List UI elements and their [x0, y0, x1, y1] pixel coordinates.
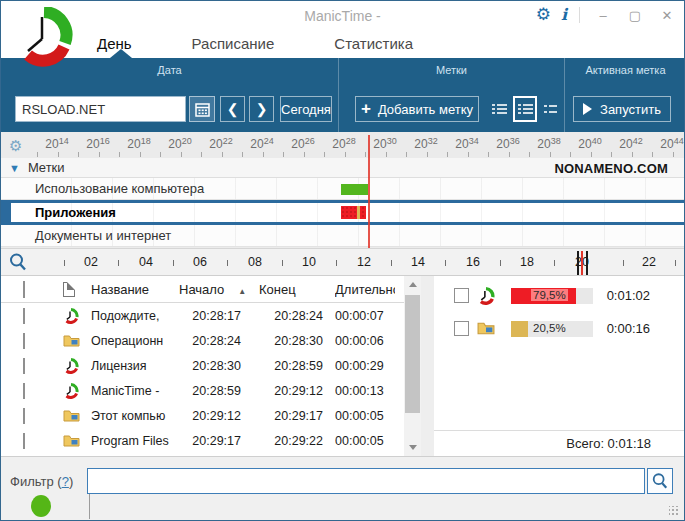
scroll-up-button[interactable]: [404, 276, 421, 293]
summary-row[interactable]: 79,5% 0:01:02: [434, 282, 684, 309]
manictime-logo-icon: [15, 7, 73, 69]
start-tag-button[interactable]: Запустить: [573, 96, 671, 122]
zoom-magnifier-icon[interactable]: [8, 252, 28, 272]
info-icon[interactable]: i: [561, 6, 567, 24]
timeline-row-computer-usage[interactable]: Использование компьютера: [1, 178, 684, 200]
table-row[interactable]: Program Files 20:29:17 20:29:22 00:00:05: [1, 428, 404, 453]
titlebar: ManicTime - ⚙ i – ▢ ✕: [1, 1, 684, 29]
column-header-start[interactable]: Начало▲: [179, 282, 241, 297]
chevron-left-icon: ❮: [227, 101, 239, 117]
summary-time: 0:01:02: [607, 288, 650, 303]
zoom-range-marker[interactable]: [577, 251, 588, 275]
table-scrollbar[interactable]: [404, 276, 421, 456]
select-all-checkbox[interactable]: [23, 281, 25, 298]
manictime-clock-icon: [63, 383, 79, 399]
timeline-row-applications[interactable]: Приложения: [1, 200, 684, 225]
tab-schedule[interactable]: Расписание: [192, 35, 275, 52]
list-detailed-button[interactable]: [513, 96, 537, 122]
active-tab-notch: [110, 49, 132, 58]
summary-checkbox[interactable]: [454, 288, 469, 303]
today-button[interactable]: Сегодня: [280, 96, 332, 122]
play-icon: [583, 103, 592, 115]
manictime-clock-icon: [477, 287, 495, 305]
folder-icon: [63, 334, 80, 348]
tag-view-toggles: [487, 96, 563, 122]
list-detailed-icon: [518, 103, 533, 115]
filter-search-button[interactable]: [647, 468, 673, 494]
row-checkbox[interactable]: [23, 308, 25, 324]
list-simple-icon: [492, 103, 507, 115]
summary-footer: Всего: 0:01:18: [434, 430, 684, 456]
filter-help-link[interactable]: ?: [62, 474, 69, 489]
date-input[interactable]: [15, 96, 186, 122]
table-row[interactable]: ManicTime - 20:28:59 20:29:12 00:00:13: [1, 378, 404, 403]
chevron-down-icon[interactable]: ▼: [9, 162, 20, 174]
tab-bar: День Расписание Статистика: [1, 29, 684, 58]
maximize-button[interactable]: ▢: [624, 6, 646, 24]
computer-usage-activity-bar[interactable]: [341, 184, 368, 195]
timeline-settings-gear-icon[interactable]: ⚙: [9, 137, 22, 155]
column-header-duration[interactable]: Длительность: [335, 282, 395, 297]
calendar-icon: [195, 102, 210, 117]
next-day-button[interactable]: ❯: [249, 96, 274, 122]
total-time: Всего: 0:01:18: [566, 436, 651, 451]
row-checkbox[interactable]: [23, 358, 25, 374]
row-checkbox[interactable]: [23, 408, 25, 424]
toolbar: Дата ❮ ❯ Сегодня Метки + Добавить: [1, 58, 684, 132]
timeline-row-documents[interactable]: Документы и интернет: [1, 225, 684, 247]
add-tag-button[interactable]: + Добавить метку: [355, 96, 479, 122]
chevron-up-icon: [409, 282, 417, 287]
toolbar-section-active-tag: Активная метка Запустить: [565, 58, 685, 132]
row-checkbox[interactable]: [23, 383, 25, 399]
resize-grip[interactable]: [669, 506, 679, 516]
timeline-panel: ⚙ 2014 2016 2018 2020 2022 2024 2026 202…: [1, 132, 684, 248]
applications-activity-slice: [357, 206, 360, 219]
toolbar-section-tags: Метки + Добавить метку: [339, 58, 565, 132]
filter-bar: Фильтр (?): [1, 456, 684, 520]
manictime-clock-icon: [63, 308, 79, 324]
close-button[interactable]: ✕: [656, 6, 678, 24]
watermark-text: NONAMENO.COM: [554, 161, 668, 176]
column-header-end[interactable]: Конец: [259, 282, 323, 297]
minute-ruler-ticks: [37, 152, 674, 157]
calendar-button[interactable]: [189, 96, 215, 122]
filter-label: Фильтр (?): [10, 474, 73, 489]
hour-ruler[interactable]: 02 04 06 08 10 12 14 16 18 20 22: [1, 248, 684, 276]
table-row[interactable]: Этот компью 20:29:12 20:29:17 00:00:05: [1, 403, 404, 428]
plus-icon: +: [361, 102, 371, 116]
tab-statistics[interactable]: Статистика: [334, 35, 413, 52]
toolbar-section-date: Дата ❮ ❯ Сегодня: [1, 58, 339, 132]
list-simple-button[interactable]: [487, 96, 511, 122]
chevron-down-icon: [409, 445, 417, 450]
table-row[interactable]: Подождите, 20:28:17 20:28:24 00:00:07: [1, 303, 404, 328]
table-row[interactable]: Операционн 20:28:24 20:28:30 00:00:06: [1, 328, 404, 353]
filter-input[interactable]: [87, 468, 645, 494]
table-row[interactable]: Лицензия 20:28:30 20:28:59 00:00:29: [1, 353, 404, 378]
sort-asc-icon: ▲: [238, 287, 246, 296]
scroll-down-button[interactable]: [404, 439, 421, 456]
summary-row[interactable]: 20,5% 0:00:16: [434, 315, 684, 342]
applications-activity-bar[interactable]: [341, 206, 366, 219]
folder-icon: [63, 434, 80, 448]
summary-panel: 79,5% 0:01:02 20,5% 0:00:16 Всего: 0:01:…: [434, 276, 684, 456]
folder-icon: [477, 321, 495, 336]
row-checkbox[interactable]: [23, 333, 25, 349]
list-compact-icon: [544, 103, 559, 115]
panel-splitter[interactable]: [421, 276, 434, 456]
titlebar-separator: [579, 7, 580, 23]
settings-gear-icon[interactable]: ⚙: [536, 6, 551, 24]
document-column-icon[interactable]: [63, 282, 75, 297]
column-header-name[interactable]: Название: [91, 282, 179, 297]
scrollbar-thumb[interactable]: [405, 295, 420, 413]
activities-table: Название Начало▲ Конец Длительность Подо…: [1, 276, 404, 456]
chevron-right-icon: ❯: [256, 101, 268, 117]
prev-day-button[interactable]: ❮: [220, 96, 245, 122]
row-checkbox[interactable]: [23, 433, 25, 449]
minimize-button[interactable]: –: [592, 6, 614, 24]
timeline-minute-ruler[interactable]: ⚙ 2014 2016 2018 2020 2022 2024 2026 202…: [1, 132, 684, 158]
manictime-window: ManicTime - ⚙ i – ▢ ✕ День Расписание Ст…: [0, 0, 685, 521]
summary-checkbox[interactable]: [454, 321, 469, 336]
current-time-line: [368, 135, 370, 248]
list-compact-button[interactable]: [539, 96, 563, 122]
search-icon: [651, 472, 669, 490]
